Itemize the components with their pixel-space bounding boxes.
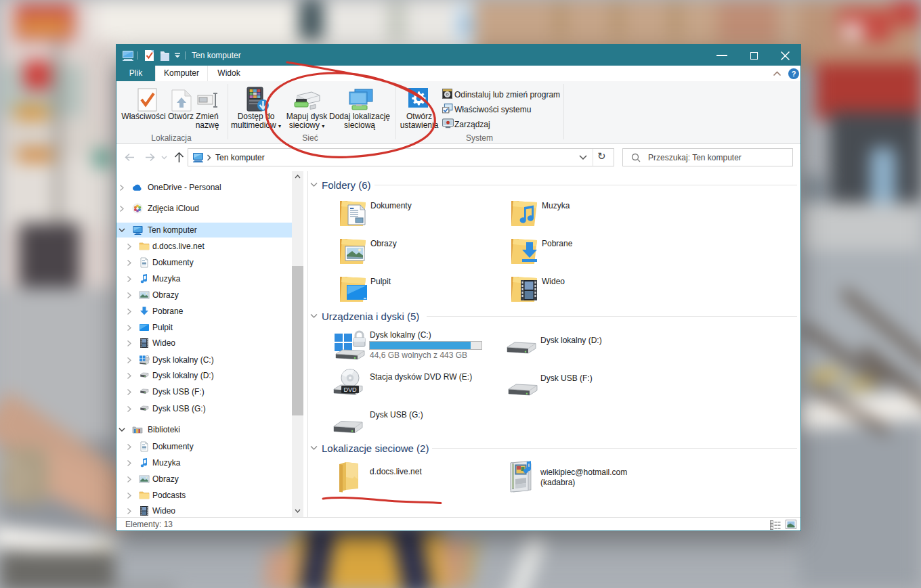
svg-text:DVD: DVD — [343, 386, 357, 393]
